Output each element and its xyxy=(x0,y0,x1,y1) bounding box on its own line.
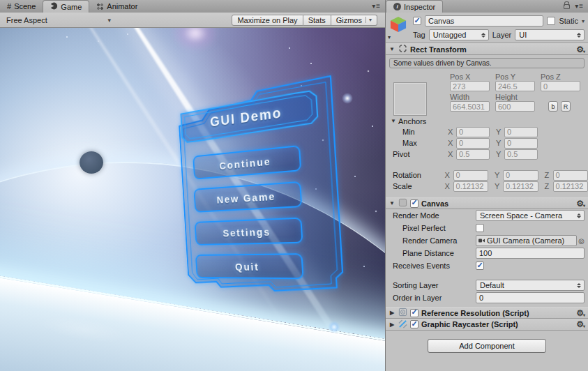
pane-menu-icon[interactable]: ▾≡ xyxy=(575,2,584,10)
gameobject-cube-icon[interactable]: ▾ xyxy=(389,15,410,40)
x-axis-label: X xyxy=(448,150,456,158)
render-mode-row: Render Mode Screen Space - Camera xyxy=(386,209,588,222)
game-icon xyxy=(50,2,58,11)
canvas-component-header[interactable]: ▼ ✓ Canvas ⚙▾ xyxy=(386,197,588,209)
plane-distance-row: Plane Distance 100 xyxy=(386,247,588,259)
graphic-raycaster-title: Graphic Raycaster (Script) xyxy=(421,320,518,328)
sorting-layer-dropdown[interactable]: Default xyxy=(476,280,585,291)
scale-y-field: 0.12132 xyxy=(503,181,538,192)
rotation-row: Rotation X 0 Y 0 Z 0 xyxy=(386,169,588,181)
tab-animator[interactable]: Animator xyxy=(89,0,144,13)
settings-button[interactable]: Settings xyxy=(195,218,303,245)
inspector-body: ▾ ✓ Canvas Static ▾ Tag Untagged Layer xyxy=(386,13,588,371)
canvas-enabled-checkbox[interactable]: ✓ xyxy=(410,199,419,208)
pane-menu-icon[interactable]: ▾≡ xyxy=(372,2,381,10)
gear-icon[interactable]: ⚙▾ xyxy=(576,320,585,328)
reference-resolution-header[interactable]: ▶ ✓ Reference Resolution (Script) ⚙▾ xyxy=(386,307,588,319)
max-label: Max xyxy=(393,139,448,147)
plane-distance-field[interactable]: 100 xyxy=(476,248,585,259)
x-axis-label: X xyxy=(448,139,456,147)
min-y-field: 0 xyxy=(504,127,538,137)
foldout-closed-icon[interactable]: ▶ xyxy=(389,310,395,316)
plane-distance-label: Plane Distance xyxy=(393,249,476,257)
maximize-on-play-button[interactable]: Maximize on Play xyxy=(232,15,303,26)
spacer xyxy=(386,160,588,169)
sorting-layer-label: Sorting Layer xyxy=(393,281,476,289)
scale-row: Scale X 0.12132 Y 0.12132 Z 0.12132 xyxy=(386,181,588,192)
foldout-open-icon[interactable]: ▼ xyxy=(389,46,395,52)
foldout-open-icon[interactable]: ▼ xyxy=(389,200,395,206)
z-axis-label: Z xyxy=(545,171,553,179)
active-checkbox[interactable]: ✓ xyxy=(413,17,421,25)
pos-x-label: Pos X xyxy=(450,73,490,81)
order-in-layer-label: Order in Layer xyxy=(393,294,476,302)
tag-label: Tag xyxy=(413,31,425,39)
graphic-raycaster-checkbox[interactable]: ✓ xyxy=(410,320,419,328)
tab-scene[interactable]: # Scene xyxy=(0,0,43,13)
name-field[interactable]: Canvas xyxy=(425,15,543,26)
sorting-layer-row: Sorting Layer Default xyxy=(386,279,588,292)
tab-inspector[interactable]: i Inspector xyxy=(386,0,443,13)
gizmos-label: Gizmos xyxy=(336,16,362,24)
y-axis-label: Y xyxy=(496,150,504,158)
x-axis-label: X xyxy=(445,182,453,190)
rect-transform-header[interactable]: ▼ Rect Transform ⚙▾ xyxy=(386,43,588,55)
camera-icon xyxy=(478,236,485,245)
layer-label: Layer xyxy=(492,31,512,39)
canvas-component-title: Canvas xyxy=(421,199,448,208)
foldout-closed-icon[interactable]: ▶ xyxy=(389,321,395,328)
order-in-layer-field[interactable]: 0 xyxy=(476,292,585,303)
graphic-raycaster-header[interactable]: ▶ ✓ Graphic Raycaster (Script) ⚙▾ xyxy=(386,319,588,331)
render-mode-dropdown[interactable]: Screen Space - Camera xyxy=(476,210,585,221)
order-in-layer-row: Order in Layer 0 xyxy=(386,292,588,304)
tag-dropdown[interactable]: Untagged xyxy=(429,29,489,40)
add-component-area: Add Component xyxy=(386,339,588,353)
raw-edit-mode-button[interactable]: R xyxy=(561,101,571,112)
quit-button[interactable]: Quit xyxy=(195,253,304,279)
game-viewport: GUI Demo Continue New Game Settings Quit xyxy=(0,28,385,371)
scale-x-field: 0.12132 xyxy=(453,181,488,192)
blueprint-mode-button[interactable]: b xyxy=(548,101,558,112)
z-axis-label: Z xyxy=(545,182,553,190)
render-camera-label: Render Camera xyxy=(393,236,476,245)
aspect-dropdown[interactable]: Free Aspect ▾ xyxy=(2,15,115,26)
info-icon: i xyxy=(393,3,401,10)
dropdown-arrows-icon xyxy=(575,283,582,288)
anchor-preview[interactable] xyxy=(393,82,427,116)
inspector-tabbar: i Inspector ▾≡ xyxy=(386,0,588,13)
gizmos-button[interactable]: Gizmos ▾ xyxy=(331,15,377,26)
reference-resolution-checkbox[interactable]: ✓ xyxy=(410,309,419,317)
y-axis-label: Y xyxy=(496,139,504,147)
y-axis-label: Y xyxy=(495,182,503,190)
min-label: Min xyxy=(393,128,448,136)
graphic-raycaster-icon xyxy=(398,319,407,330)
game-pane: # Scene Game Animator ▾≡ Free Aspect ▾ M… xyxy=(0,0,385,371)
light-flare xyxy=(171,28,220,52)
pixel-perfect-checkbox[interactable] xyxy=(476,224,484,232)
gear-icon[interactable]: ⚙▾ xyxy=(576,45,585,54)
pivot-row: Pivot X 0.5 Y 0.5 xyxy=(386,149,588,160)
stars xyxy=(0,28,1,29)
canvas-icon xyxy=(398,198,407,209)
gear-icon[interactable]: ⚙▾ xyxy=(576,309,585,317)
static-checkbox[interactable] xyxy=(547,17,555,25)
add-component-button[interactable]: Add Component xyxy=(428,339,546,353)
render-mode-label: Render Mode xyxy=(393,211,476,220)
anchors-min-row: Min X 0 Y 0 xyxy=(386,126,588,137)
render-camera-row: Render Camera GUI Camera (Camera) ◎ xyxy=(386,234,588,247)
receives-events-label: Receives Events xyxy=(393,262,476,270)
gear-icon[interactable]: ⚙▾ xyxy=(576,199,585,208)
chevron-down-icon: ▾ xyxy=(365,17,372,23)
object-picker-icon[interactable]: ◎ xyxy=(578,237,585,245)
rotation-y-field: 0 xyxy=(503,170,538,181)
foldout-open-icon[interactable]: ▼ xyxy=(390,118,397,124)
layer-dropdown[interactable]: UI xyxy=(515,29,585,40)
receives-events-checkbox[interactable]: ✓ xyxy=(476,262,484,270)
render-camera-object-field[interactable]: GUI Camera (Camera) xyxy=(476,235,577,246)
max-y-field: 0 xyxy=(504,138,538,149)
static-dropdown-icon[interactable]: ▾ xyxy=(582,18,585,24)
tab-game[interactable]: Game xyxy=(43,0,89,13)
stats-button[interactable]: Stats xyxy=(303,15,331,26)
anchors-foldout[interactable]: ▼ Anchors xyxy=(386,116,588,126)
lock-icon[interactable] xyxy=(564,4,570,9)
